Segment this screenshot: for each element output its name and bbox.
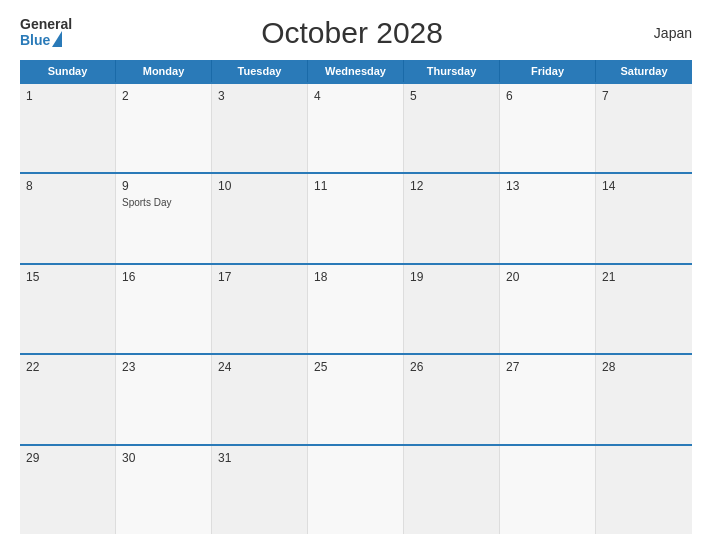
header-monday: Monday [116,60,212,82]
header-wednesday: Wednesday [308,60,404,82]
cell-14: 14 [596,174,692,262]
cell-27: 27 [500,355,596,443]
page: General Blue October 2028 Japan Sunday M… [0,0,712,550]
week-4: 22 23 24 25 26 27 28 [20,353,692,443]
header-sunday: Sunday [20,60,116,82]
header-tuesday: Tuesday [212,60,308,82]
logo-blue-text: Blue [20,33,50,47]
header-friday: Friday [500,60,596,82]
cell-empty-4 [596,446,692,534]
logo: General Blue [20,17,72,49]
country-label: Japan [632,25,692,41]
cell-17: 17 [212,265,308,353]
header: General Blue October 2028 Japan [20,16,692,50]
cell-21: 21 [596,265,692,353]
cell-25: 25 [308,355,404,443]
cell-empty-3 [500,446,596,534]
cell-16: 16 [116,265,212,353]
cell-22: 22 [20,355,116,443]
cell-23: 23 [116,355,212,443]
cell-11: 11 [308,174,404,262]
logo-triangle-icon [52,31,62,47]
week-1: 1 2 3 4 5 6 7 [20,82,692,172]
cell-28: 28 [596,355,692,443]
logo-general-text: General [20,17,72,31]
calendar-header: Sunday Monday Tuesday Wednesday Thursday… [20,60,692,82]
cell-18: 18 [308,265,404,353]
cell-20: 20 [500,265,596,353]
calendar-title: October 2028 [261,16,443,50]
cell-26: 26 [404,355,500,443]
cell-10: 10 [212,174,308,262]
week-2: 8 9 Sports Day 10 11 12 13 14 [20,172,692,262]
cell-1: 1 [20,84,116,172]
header-saturday: Saturday [596,60,692,82]
calendar-body: 1 2 3 4 5 6 7 8 9 Sports Day 10 11 12 13… [20,82,692,534]
cell-31: 31 [212,446,308,534]
cell-24: 24 [212,355,308,443]
cell-9: 9 Sports Day [116,174,212,262]
cell-2: 2 [116,84,212,172]
cell-4: 4 [308,84,404,172]
cell-5: 5 [404,84,500,172]
cell-6: 6 [500,84,596,172]
cell-13: 13 [500,174,596,262]
week-3: 15 16 17 18 19 20 21 [20,263,692,353]
cell-3: 3 [212,84,308,172]
cell-30: 30 [116,446,212,534]
cell-8: 8 [20,174,116,262]
cell-19: 19 [404,265,500,353]
week-5: 29 30 31 [20,444,692,534]
cell-empty-2 [404,446,500,534]
cell-empty-1 [308,446,404,534]
cell-29: 29 [20,446,116,534]
cell-12: 12 [404,174,500,262]
cell-7: 7 [596,84,692,172]
cell-15: 15 [20,265,116,353]
calendar: Sunday Monday Tuesday Wednesday Thursday… [20,60,692,534]
header-thursday: Thursday [404,60,500,82]
